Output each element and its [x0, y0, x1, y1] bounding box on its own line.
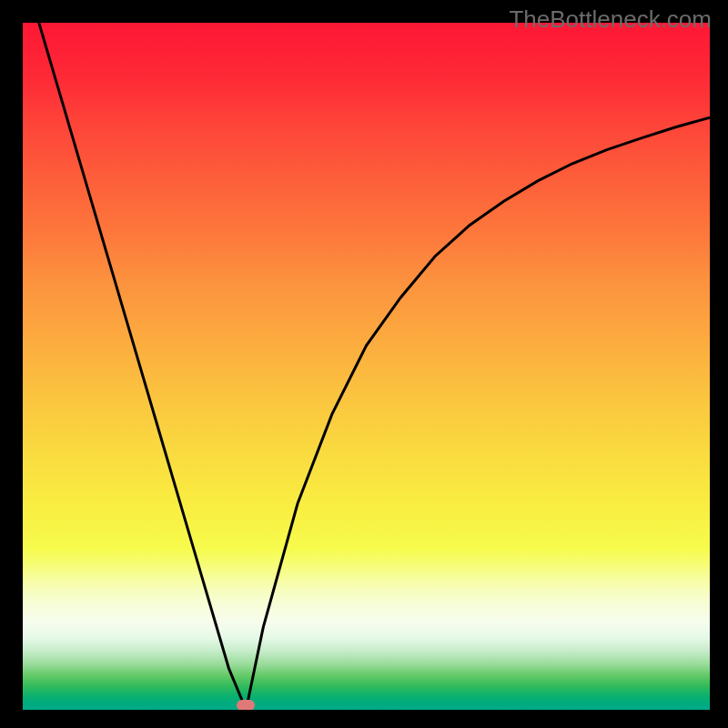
plot-area — [23, 23, 710, 710]
watermark-text: TheBottleneck.com — [509, 5, 712, 34]
bottleneck-curve — [23, 23, 710, 710]
optimal-point-marker — [237, 700, 255, 710]
